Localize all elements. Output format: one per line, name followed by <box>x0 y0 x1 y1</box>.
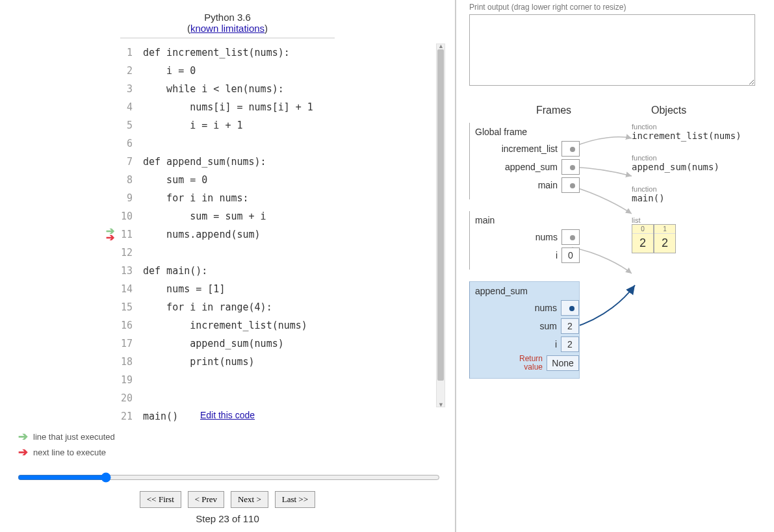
return-label: Return value <box>519 355 547 372</box>
objects-header: Objects <box>638 105 761 116</box>
frame-title: Global frame <box>470 127 580 137</box>
var-label: nums <box>535 232 561 242</box>
frame-title: append_sum <box>470 286 579 296</box>
list-cell: 12 <box>654 224 676 253</box>
var-label: main <box>538 180 561 190</box>
output-label: Print output (drag lower right corner to… <box>469 3 761 12</box>
header-divider <box>120 38 335 38</box>
object-list: list 02 12 <box>632 216 761 253</box>
return-value: None <box>547 355 579 371</box>
object-kind: function <box>632 123 761 131</box>
object-function: function increment_list(nums) <box>632 123 761 141</box>
var-label: sum <box>540 321 561 331</box>
scroll-up-icon[interactable]: ▲ <box>438 43 444 49</box>
step-slider[interactable] <box>18 472 440 483</box>
var-box: 0 <box>561 247 580 263</box>
pointer-dot-icon <box>570 147 575 152</box>
code-header: Python 3.6 (known limitations) <box>10 12 445 34</box>
var-label: nums <box>535 303 561 313</box>
var-box <box>561 159 580 175</box>
main-frame: main nums i0 <box>469 211 580 270</box>
pointer-dot-icon <box>570 165 575 170</box>
known-limitations-link[interactable]: known limitations <box>190 23 264 34</box>
prev-button[interactable]: < Prev <box>188 491 224 508</box>
frames-header: Frames <box>469 105 638 116</box>
scrollbar-thumb[interactable] <box>437 49 444 381</box>
var-label: i <box>556 250 561 260</box>
var-box: 2 <box>561 336 579 352</box>
object-value: main() <box>632 193 761 203</box>
code-body: def increment_list(nums): i = 0 while i … <box>143 44 436 407</box>
object-value: append_sum(nums) <box>632 162 761 172</box>
append-sum-frame: append_sum nums sum2 i2 Return valueNone <box>469 281 580 379</box>
legend-just-executed: line that just executed <box>33 432 115 442</box>
var-label: append_sum <box>505 162 561 172</box>
object-kind: function <box>632 154 761 162</box>
var-label: i <box>555 339 561 349</box>
var-label: increment_list <box>502 144 561 154</box>
pointer-dot-icon <box>570 235 575 240</box>
print-output[interactable] <box>469 14 755 86</box>
var-box <box>561 300 579 316</box>
pointer-dot-icon <box>569 306 574 311</box>
object-function: function append_sum(nums) <box>632 154 761 172</box>
list-cell: 02 <box>632 224 654 253</box>
language-label: Python 3.6 <box>204 12 251 23</box>
object-function: function main() <box>632 185 761 203</box>
code-area: 123456789101112131415161718192021 def in… <box>10 44 445 407</box>
first-button[interactable]: << First <box>140 491 181 508</box>
legend-next: next line to execute <box>33 448 106 457</box>
var-box <box>561 177 580 193</box>
last-button[interactable]: Last >> <box>275 491 315 508</box>
arrow-legend: ➔line that just executed ➔next line to e… <box>16 429 445 459</box>
next-line-arrow-icon: ➔ <box>106 231 114 244</box>
code-scrollbar[interactable]: ▲ ▼ <box>436 44 445 407</box>
global-frame: Global frame increment_list append_sum m… <box>469 123 580 199</box>
next-button[interactable]: Next > <box>231 491 268 508</box>
legend-red-arrow-icon: ➔ <box>16 445 29 459</box>
legend-green-arrow-icon: ➔ <box>16 429 29 444</box>
line-number-gutter: 123456789101112131415161718192021 <box>117 44 136 407</box>
pointer-dot-icon <box>570 183 575 188</box>
var-box <box>561 229 580 245</box>
frame-title: main <box>470 215 580 225</box>
object-kind: list <box>632 216 761 224</box>
object-kind: function <box>632 185 761 193</box>
var-box <box>561 141 580 157</box>
var-box: 2 <box>561 318 579 334</box>
scroll-down-icon[interactable]: ▼ <box>438 401 444 408</box>
object-value: increment_list(nums) <box>632 131 761 141</box>
step-counter: Step 23 of 110 <box>10 513 445 524</box>
